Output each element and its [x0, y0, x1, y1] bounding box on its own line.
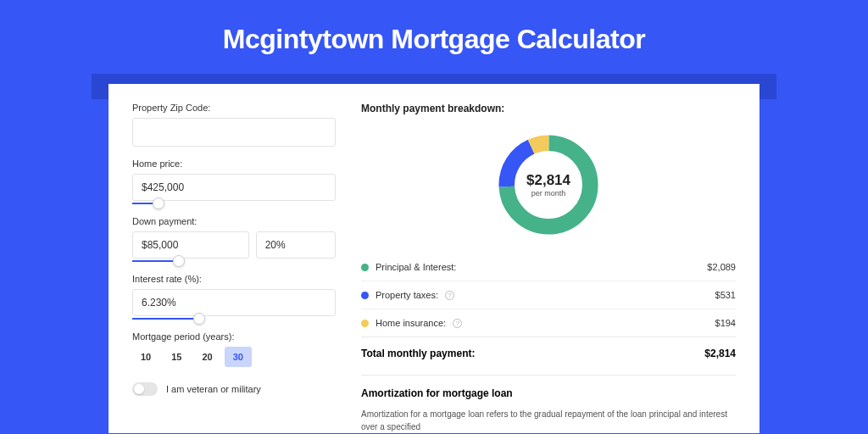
- total-label: Total monthly payment:: [361, 348, 475, 359]
- period-buttons: 10 15 20 30: [132, 347, 336, 367]
- down-payment-pct-input[interactable]: [256, 231, 336, 259]
- slider-thumb[interactable]: [173, 255, 185, 267]
- amortization-text: Amortization for a mortgage loan refers …: [361, 408, 736, 433]
- interest-field: Interest rate (%):: [132, 274, 336, 320]
- period-10[interactable]: 10: [132, 347, 159, 367]
- dot-icon: [361, 320, 369, 327]
- amortization-title: Amortization for mortgage loan: [361, 387, 736, 399]
- breakdown-title: Monthly payment breakdown:: [361, 103, 736, 114]
- donut-amount: $2,814: [526, 172, 570, 189]
- period-label: Mortgage period (years):: [132, 331, 336, 342]
- veteran-row: I am veteran or military: [132, 382, 336, 396]
- interest-slider[interactable]: [132, 318, 336, 320]
- home-price-input[interactable]: [132, 174, 336, 201]
- legend-insurance: Home insurance: ? $194: [361, 309, 736, 337]
- donut-sub: per month: [526, 189, 570, 198]
- legend-taxes: Property taxes: ? $531: [361, 281, 736, 309]
- dot-icon: [361, 292, 369, 299]
- legend-value: $194: [715, 318, 736, 328]
- period-20[interactable]: 20: [194, 347, 221, 367]
- breakdown-panel: Monthly payment breakdown: $2,814 per mo…: [361, 103, 736, 433]
- amortization-section: Amortization for mortgage loan Amortizat…: [361, 375, 736, 433]
- dot-icon: [361, 264, 369, 271]
- veteran-label: I am veteran or military: [166, 384, 261, 394]
- zip-input[interactable]: [132, 118, 336, 147]
- home-price-slider[interactable]: [132, 203, 336, 204]
- period-30[interactable]: 30: [225, 347, 252, 367]
- info-icon[interactable]: ?: [453, 319, 462, 328]
- slider-thumb[interactable]: [193, 313, 205, 325]
- down-payment-input[interactable]: [132, 231, 249, 259]
- inputs-panel: Property Zip Code: Home price: Down paym…: [132, 103, 336, 433]
- page-title: Mcgintytown Mortgage Calculator: [0, 0, 868, 74]
- down-payment-slider[interactable]: [132, 260, 336, 262]
- down-payment-field: Down payment:: [132, 216, 336, 262]
- calculator-card: Property Zip Code: Home price: Down paym…: [108, 84, 760, 433]
- zip-field: Property Zip Code:: [132, 103, 336, 147]
- legend-value: $2,089: [707, 262, 736, 272]
- total-row: Total monthly payment: $2,814: [361, 337, 736, 371]
- zip-label: Property Zip Code:: [132, 103, 336, 113]
- legend-principal: Principal & Interest: $2,089: [361, 253, 736, 281]
- donut-chart-wrap: $2,814 per month: [361, 126, 736, 253]
- legend-label: Home insurance:: [376, 318, 446, 328]
- legend-label: Property taxes:: [376, 290, 438, 300]
- veteran-toggle[interactable]: [132, 382, 158, 396]
- total-value: $2,814: [704, 348, 736, 359]
- home-price-label: Home price:: [132, 159, 336, 169]
- info-icon[interactable]: ?: [445, 291, 454, 300]
- legend-value: $531: [715, 290, 736, 300]
- period-15[interactable]: 15: [163, 347, 190, 367]
- period-field: Mortgage period (years): 10 15 20 30: [132, 331, 336, 367]
- home-price-field: Home price:: [132, 159, 336, 204]
- donut-center: $2,814 per month: [526, 172, 570, 198]
- interest-input[interactable]: [132, 289, 336, 316]
- slider-thumb[interactable]: [153, 198, 164, 209]
- legend-label: Principal & Interest:: [376, 262, 456, 272]
- interest-label: Interest rate (%):: [132, 274, 336, 284]
- down-payment-label: Down payment:: [132, 216, 336, 226]
- donut-chart: $2,814 per month: [493, 130, 604, 240]
